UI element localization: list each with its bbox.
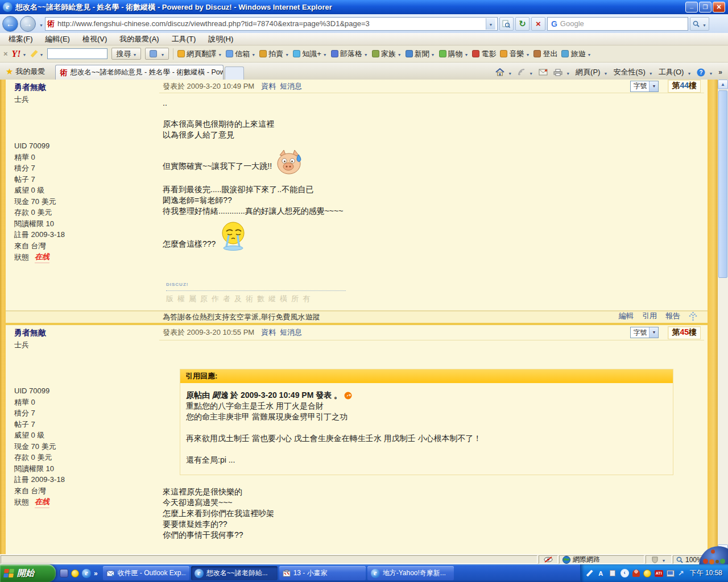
pencil-icon[interactable]	[31, 49, 44, 58]
floor-badge[interactable]: 第44樓	[668, 80, 701, 93]
yahoo-item-travel[interactable]: 旅遊	[561, 49, 591, 59]
ati-tray-icon[interactable]: ATI	[655, 570, 663, 577]
banner-text[interactable]: 為答謝各位熱烈支持玄空掌派,舉行免費風水遊蹤	[163, 312, 320, 322]
safety-menu[interactable]: 安全性(S)	[613, 67, 652, 77]
yahoo-item-shopping[interactable]: 購物	[439, 49, 469, 59]
ie-icon	[371, 569, 380, 578]
stat-from: 來自 台灣	[14, 240, 159, 252]
layout-button[interactable]	[145, 48, 169, 60]
messenger-icon[interactable]	[71, 569, 79, 577]
task-outlook[interactable]: 收件匣 - Outlook Exp...	[103, 566, 189, 580]
vertical-scrollbar[interactable]	[718, 80, 728, 554]
profile-link[interactable]: 資料	[261, 327, 276, 338]
hidden-icons-chevron[interactable]	[621, 569, 629, 577]
yahoo-item-blog[interactable]: 部落格	[331, 49, 368, 59]
minimize-button[interactable]	[685, 2, 698, 13]
forward-button[interactable]	[20, 16, 36, 32]
goto-source-icon[interactable]	[344, 392, 352, 400]
scroll-up-arrow[interactable]	[718, 80, 728, 89]
menu-favorites[interactable]: 我的最愛(A)	[113, 33, 165, 45]
yahoo-item-translate[interactable]: 網頁翻譯	[177, 49, 222, 59]
chevron-down-icon[interactable]	[649, 81, 658, 92]
address-input[interactable]: 術 http://www.fengshui-chinese.com/discuz…	[45, 17, 498, 31]
home-button[interactable]	[495, 68, 512, 77]
page-menu[interactable]: 網頁(P)	[576, 67, 607, 77]
font-size-select[interactable]: 字號	[630, 327, 659, 338]
yahoo-item-music[interactable]: 音樂	[500, 49, 530, 59]
menu-view[interactable]: 檢視(V)	[76, 33, 113, 45]
start-button[interactable]: 開始	[0, 564, 56, 582]
news-icon	[406, 50, 413, 57]
edit-link[interactable]: 編輯	[619, 311, 634, 321]
menu-file[interactable]: 檔案(F)	[2, 33, 39, 45]
quick-launch-app-icon[interactable]	[60, 569, 68, 577]
tray-app-icon[interactable]	[632, 569, 640, 577]
task-paint[interactable]: 13 - 小畫家	[279, 566, 366, 580]
yahoo-item-auction[interactable]: 拍賣	[259, 49, 289, 59]
tools-menu[interactable]: 工具(O)	[659, 67, 692, 77]
yahoo-search-input[interactable]	[47, 48, 107, 59]
toolbar-close-icon[interactable]: ×	[3, 49, 8, 58]
refresh-button[interactable]	[515, 17, 530, 31]
ime-language-icon[interactable]: A	[597, 569, 605, 577]
author-name-link[interactable]: 勇者無敵	[14, 82, 159, 93]
pm-link[interactable]: 短消息	[280, 327, 302, 338]
yahoo-item-family[interactable]: 家族	[372, 49, 402, 59]
print-button[interactable]	[553, 68, 570, 77]
profile-link[interactable]: 資料	[261, 81, 276, 92]
url-text[interactable]: http://www.fengshui-chinese.com/discuz/v…	[57, 19, 483, 28]
toolbar-overflow-icon[interactable]	[718, 68, 722, 76]
top-arrow-icon[interactable]	[689, 311, 697, 321]
yahoo-search-button[interactable]: 搜尋	[111, 48, 141, 60]
quoted-author[interactable]: 閎逸	[212, 390, 228, 401]
help-button[interactable]: ?	[697, 68, 713, 77]
yahoo-item-movies[interactable]: 電影	[472, 49, 496, 59]
knowledge-icon	[293, 50, 300, 57]
status-message-pane	[1, 555, 537, 564]
restore-button[interactable]	[699, 2, 712, 13]
stop-button[interactable]	[531, 17, 545, 31]
active-tab[interactable]: 術 想改名~~諸老師給意見 - 姓名學 - 術數縱橫 - Powe...	[55, 65, 224, 80]
ie-quick-launch-icon[interactable]	[82, 569, 91, 578]
feeds-button[interactable]	[518, 68, 533, 77]
chevron-down-icon[interactable]	[649, 327, 658, 338]
display-tray-icon[interactable]	[667, 570, 675, 577]
search-input[interactable]: G Google	[547, 17, 688, 31]
address-dropdown-icon[interactable]	[486, 18, 495, 30]
yahoo-logo-button[interactable]: Y!	[12, 49, 27, 59]
search-go-button[interactable]	[690, 17, 709, 31]
page-search-icon[interactable]	[499, 17, 514, 31]
yahoo-item-mail[interactable]: 信箱	[226, 49, 255, 59]
new-tab-stub[interactable]	[225, 66, 244, 80]
read-mail-button[interactable]	[539, 69, 548, 76]
pm-link[interactable]: 短消息	[280, 81, 302, 92]
menu-tools[interactable]: 工具(T)	[166, 33, 202, 45]
ime-keyboard-icon[interactable]	[609, 569, 617, 577]
menu-edit[interactable]: 編輯(E)	[39, 33, 76, 45]
update-tray-icon[interactable]	[678, 569, 684, 577]
quote-link[interactable]: 引用	[642, 311, 657, 321]
author-name-link[interactable]: 勇者無敵	[14, 328, 159, 338]
back-button[interactable]	[2, 16, 18, 32]
scrollbar-thumb[interactable]	[718, 90, 727, 278]
task-ie-yahoo[interactable]: 地方-Yahoo!奇摩新...	[367, 566, 454, 580]
ime-pen-icon[interactable]	[586, 570, 593, 577]
title-bar: 想改名~~諸老師給意見 - 姓名學 - 術數縱橫 - Powered by Di…	[0, 0, 728, 14]
floor-badge[interactable]: 第45樓	[668, 326, 701, 339]
yahoo-item-knowledge[interactable]: 知識+	[293, 49, 327, 59]
close-button[interactable]	[713, 2, 725, 13]
menu-bar: 檔案(F) 編輯(E) 檢視(V) 我的最愛(A) 工具(T) 說明(H)	[0, 33, 728, 45]
ie-icon	[195, 569, 204, 578]
task-ie-thread[interactable]: 想改名~~諸老師給...	[191, 566, 278, 580]
tray-messenger-icon[interactable]	[643, 569, 651, 577]
report-link[interactable]: 報告	[665, 311, 680, 321]
favorites-button[interactable]: 我的最愛	[2, 65, 51, 80]
menu-help[interactable]: 說明(H)	[202, 33, 239, 45]
history-dropdown-icon[interactable]	[38, 19, 43, 29]
quick-launch-overflow-icon[interactable]	[94, 569, 98, 577]
yahoo-item-logout[interactable]: 登出	[533, 49, 557, 59]
font-size-select[interactable]: 字號	[630, 81, 659, 92]
search-placeholder[interactable]: Google	[560, 19, 584, 28]
yahoo-item-news[interactable]: 新聞	[406, 49, 435, 59]
filter-pane[interactable]	[646, 555, 672, 564]
